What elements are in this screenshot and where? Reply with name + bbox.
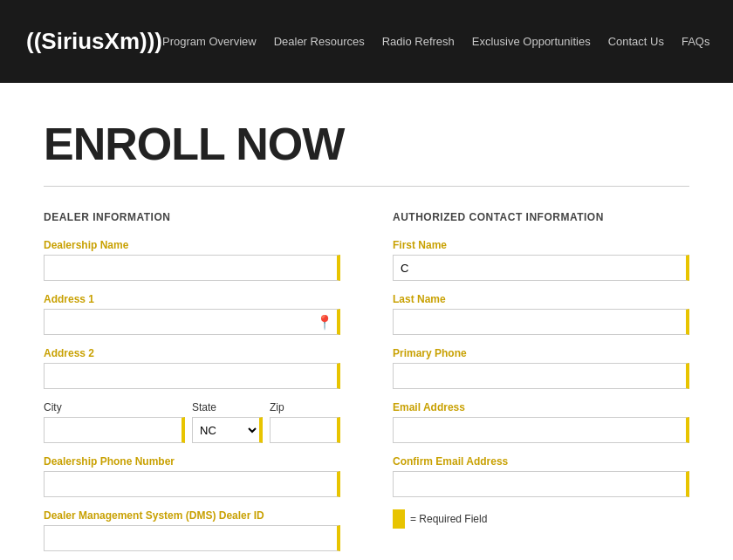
email-label: Email Address — [393, 401, 689, 413]
address1-input[interactable] — [44, 309, 340, 335]
address2-label: Address 2 — [44, 347, 340, 359]
contact-section-heading: AUTHORIZED CONTACT INFORMATION — [393, 211, 689, 223]
required-legend-text: = Required Field — [410, 513, 487, 525]
page-title: ENROLL NOW — [44, 118, 689, 170]
confirm-email-label: Confirm Email Address — [393, 455, 689, 468]
contact-information-section: AUTHORIZED CONTACT INFORMATION First Nam… — [393, 211, 689, 560]
confirm-email-field: Confirm Email Address — [393, 455, 689, 497]
address2-input[interactable] — [44, 363, 340, 389]
primary-phone-label: Primary Phone — [393, 347, 689, 359]
zip-field: Zip 28303 — [270, 401, 340, 443]
nav-contact-us[interactable]: Contact Us — [608, 35, 664, 48]
navbar: ((SiriusXm))) Program Overview Dealer Re… — [0, 0, 733, 83]
confirm-email-input[interactable] — [393, 471, 689, 497]
address1-field: Address 1 📍 — [44, 293, 340, 335]
nav-dealer-resources[interactable]: Dealer Resources — [274, 35, 365, 48]
dms-id-label: Dealer Management System (DMS) Dealer ID — [44, 509, 340, 522]
zip-input[interactable]: 28303 — [270, 417, 340, 443]
primary-phone-input[interactable] — [393, 363, 689, 389]
city-input[interactable] — [44, 417, 185, 443]
required-bar-icon — [393, 509, 405, 529]
zip-label: Zip — [270, 401, 340, 413]
city-label: City — [44, 401, 185, 413]
dealer-phone-label: Dealership Phone Number — [44, 455, 340, 468]
dealer-phone-field: Dealership Phone Number — [44, 455, 340, 497]
nav-program-overview[interactable]: Program Overview — [162, 35, 257, 48]
logo-text: ((SiriusXm))) — [26, 28, 162, 55]
dealer-information-section: DEALER INFORMATION Dealership Name Addre… — [44, 211, 340, 560]
dealership-name-label: Dealership Name — [44, 239, 340, 251]
address2-field: Address 2 — [44, 347, 340, 389]
dealership-name-input[interactable] — [44, 255, 340, 281]
state-label: State — [192, 401, 263, 413]
dms-id-field: Dealer Management System (DMS) Dealer ID — [44, 509, 340, 551]
dms-id-input[interactable] — [44, 525, 340, 551]
first-name-label: First Name — [393, 239, 689, 251]
email-field: Email Address — [393, 401, 689, 443]
dealer-phone-input[interactable] — [44, 471, 340, 497]
primary-phone-field: Primary Phone — [393, 347, 689, 389]
state-select[interactable]: NC ALAKAZAR CACOCTDE FLGAHIID ILINIAKS K… — [192, 417, 263, 443]
address1-label: Address 1 — [44, 293, 340, 305]
last-name-label: Last Name — [393, 293, 689, 305]
dealer-section-heading: DEALER INFORMATION — [44, 211, 340, 223]
last-name-field: Last Name — [393, 293, 689, 335]
main-content: ENROLL NOW DEALER INFORMATION Dealership… — [9, 118, 724, 560]
state-field: State NC ALAKAZAR CACOCTDE FLGAHIID ILIN… — [192, 401, 263, 443]
dealership-name-field: Dealership Name — [44, 239, 340, 281]
nav-links: Program Overview Dealer Resources Radio … — [162, 22, 733, 62]
last-name-input[interactable] — [393, 309, 689, 335]
divider — [44, 186, 689, 187]
city-field: City — [44, 401, 185, 443]
form-sections: DEALER INFORMATION Dealership Name Addre… — [44, 211, 689, 560]
nav-faqs[interactable]: FAQs — [682, 35, 710, 48]
city-state-zip-row: City State NC ALAKAZAR CACOCTDE FLGAHIID… — [44, 401, 340, 443]
site-logo: ((SiriusXm))) — [26, 28, 162, 55]
first-name-input[interactable] — [393, 255, 689, 281]
nav-exclusive-opportunities[interactable]: Exclusive Opportunities — [472, 35, 591, 48]
required-legend: = Required Field — [393, 509, 689, 529]
city-state-zip-group: City State NC ALAKAZAR CACOCTDE FLGAHIID… — [44, 401, 340, 443]
location-pin-icon[interactable]: 📍 — [316, 314, 333, 331]
first-name-field: First Name — [393, 239, 689, 281]
address1-wrapper: 📍 — [44, 309, 340, 335]
nav-radio-refresh[interactable]: Radio Refresh — [382, 35, 455, 48]
email-input[interactable] — [393, 417, 689, 443]
